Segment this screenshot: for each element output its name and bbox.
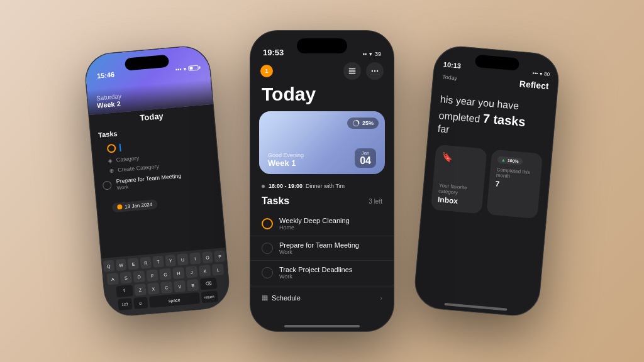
right-hero-bold: 7 tasks [482, 111, 526, 129]
progress-text: 25% [362, 120, 374, 126]
center-screen: 19:53 ▪▪ ▾ 39 1 [250, 31, 394, 331]
key-w[interactable]: W [115, 259, 126, 271]
task-1-info: Weekly Deep Cleaning Home [279, 217, 350, 231]
key-c[interactable]: C [160, 282, 173, 294]
hero-date-day: 04 [360, 156, 371, 166]
right-nav-title: Reflect [519, 79, 549, 91]
wifi-icon: ▾ [369, 51, 372, 57]
hero-week: Week 1 [268, 158, 304, 168]
right-cards-grid: 🔖 Your favorite category Inbox ▲ 100% Co… [422, 143, 552, 219]
right-card-1-value: Inbox [438, 195, 477, 207]
schedule-bar[interactable]: ▦ Schedule › [250, 287, 394, 308]
right-card-2-label: Completed this month [496, 167, 535, 181]
center-title: Today [250, 84, 394, 111]
right-time: 10:13 [443, 60, 461, 69]
event-name: Dinner with Tim [306, 183, 345, 189]
key-f[interactable]: F [146, 270, 158, 282]
date-badge-text: 13 Jan 2024 [125, 202, 153, 210]
center-home-indicator [284, 325, 360, 327]
key-q[interactable]: Q [103, 260, 114, 272]
notification-badge[interactable]: 1 [260, 65, 273, 77]
key-return[interactable]: return [201, 290, 218, 303]
key-b[interactable]: B [187, 279, 199, 292]
right-hero-text: his year you have ompleted 7 tasks far [428, 86, 557, 155]
right-hero-line2: ompleted [438, 110, 480, 124]
tasks-title: Tasks [262, 195, 289, 207]
event-text: 18:00 - 19:00 Dinner with Tim [269, 183, 345, 189]
menu-icon-button[interactable] [343, 62, 361, 80]
completion-badge: ▲ 100% [497, 156, 523, 165]
key-space[interactable]: space [148, 292, 199, 308]
key-v[interactable]: V [174, 280, 186, 293]
key-t[interactable]: T [152, 256, 164, 268]
key-l[interactable]: L [212, 263, 225, 276]
right-phone: 10:13 ▪▪▪ ▾ 80 Today Reflect his year yo… [413, 44, 561, 318]
tasks-header: Tasks 3 left [250, 194, 394, 212]
category-label: Category [116, 155, 139, 163]
right-hero-main: his year you have ompleted 7 tasks far [437, 93, 547, 145]
key-p[interactable]: P [214, 250, 225, 262]
center-time: 19:53 [263, 48, 284, 57]
key-z[interactable]: Z [134, 283, 147, 296]
task-row-1[interactable]: Weekly Deep Cleaning Home [250, 212, 394, 236]
left-screen: 15:46 ▪▪▪ ▾ Saturday Week 2 Today T [84, 45, 231, 317]
date-badge: 13 Jan 2024 [112, 199, 158, 212]
date-badge-dot [117, 204, 123, 210]
left-tasks-section: Tasks ◈ Category ⊕ Create Category Pr [90, 118, 220, 200]
key-g[interactable]: G [159, 268, 172, 281]
left-time: 15:46 [97, 70, 115, 79]
action-buttons [343, 62, 384, 80]
more-icon-button[interactable] [366, 62, 384, 80]
key-u[interactable]: U [177, 253, 188, 265]
progress-circle-icon [352, 119, 360, 127]
key-r[interactable]: R [140, 256, 152, 268]
schedule-label: Schedule [272, 294, 301, 302]
hero-card: 25% Good Evening Week 1 Jan 04 [259, 111, 385, 174]
task-row-2[interactable]: Prepare for Team Meeting Work [250, 236, 394, 261]
key-x[interactable]: X [147, 282, 160, 295]
svg-point-4 [374, 70, 375, 72]
key-shift[interactable]: ⇧ [116, 285, 133, 297]
svg-point-5 [377, 70, 378, 72]
key-a[interactable]: A [107, 273, 119, 285]
layers-icon: ◈ [108, 157, 113, 164]
key-emoji[interactable]: ☺ [133, 297, 148, 309]
key-s[interactable]: S [119, 272, 132, 284]
key-i[interactable]: I [189, 253, 201, 265]
right-hero-line3: far [437, 123, 450, 135]
ellipsis-icon [370, 67, 379, 75]
hero-progress-badge: 25% [347, 118, 379, 129]
center-icons: ▪▪ ▾ 39 [363, 51, 381, 57]
task-2-category: Work [279, 249, 359, 255]
key-k[interactable]: K [199, 265, 211, 277]
hero-bottom: Good Evening Week 1 Jan 04 [268, 148, 376, 168]
right-card-2-value: 7 [495, 179, 534, 191]
task-1-circle [262, 218, 273, 229]
keyboard: Q W E R T Y U I O P A S D F G H [101, 248, 230, 317]
task-3-category: Work [279, 273, 352, 280]
key-o[interactable]: O [202, 251, 213, 263]
task-1-category: Home [279, 224, 350, 231]
wifi-icon: ▾ [183, 65, 187, 72]
key-y[interactable]: Y [165, 255, 176, 266]
arrow-up-icon: ▲ [501, 157, 506, 162]
key-delete[interactable]: ⌫ [200, 277, 217, 290]
task-2-circle [262, 243, 273, 254]
key-d[interactable]: D [133, 270, 145, 283]
plus-icon: ⊕ [109, 167, 114, 174]
event-row: 18:00 - 19:00 Dinner with Tim [250, 180, 394, 194]
event-time: 18:00 - 19:00 [269, 183, 303, 189]
right-home-indicator [444, 303, 507, 311]
left-phone: 15:46 ▪▪▪ ▾ Saturday Week 2 Today T [83, 44, 231, 318]
battery-text: 39 [375, 51, 381, 57]
key-j[interactable]: J [186, 266, 198, 278]
center-top-actions: 1 [250, 61, 394, 84]
key-h[interactable]: H [172, 267, 185, 280]
task-row-3[interactable]: Track Project Deadlines Work [250, 261, 394, 285]
key-123[interactable]: 123 [118, 298, 132, 310]
battery-icon [188, 65, 199, 71]
key-e[interactable]: E [128, 258, 139, 270]
text-cursor [119, 144, 121, 151]
right-status-icons: ▪▪▪ ▾ 80 [532, 70, 550, 77]
signal-icon: ▪▪▪ [175, 66, 182, 73]
